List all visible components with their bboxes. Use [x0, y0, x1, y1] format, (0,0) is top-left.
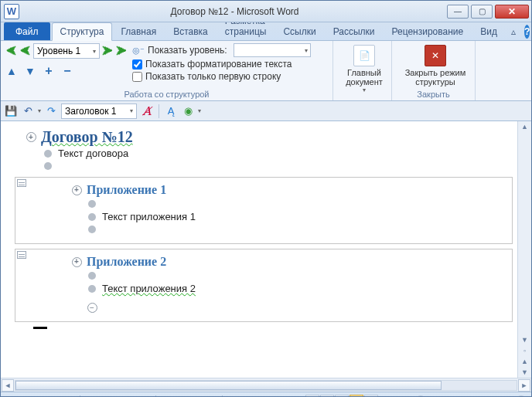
show-firstline-checkbox[interactable]	[132, 72, 142, 82]
demote-to-body-icon[interactable]: ⮞	[115, 45, 128, 57]
outline-nav: ⮜ ⮜ Уровень 1 ▾ ⮞ ⮞ ▲ ▼ + −	[5, 43, 128, 77]
save-icon[interactable]: 💾	[4, 104, 18, 118]
tab-view[interactable]: Вид	[472, 22, 506, 40]
show-level-icon: ◎⁻	[132, 46, 145, 56]
outline-heading2[interactable]: + Приложение 2	[71, 254, 512, 270]
ribbon-tabs: Файл Структура Главная Вставка Разметка …	[1, 22, 531, 41]
show-formatting-checkbox[interactable]	[132, 59, 142, 70]
horizontal-scrollbar[interactable]: ◄ ►	[1, 378, 531, 392]
master-document-button[interactable]: 📄 Главный документ ▾	[338, 43, 390, 95]
heading2-text: Приложение 1	[87, 183, 166, 197]
outline-heading1[interactable]: + Договор №12	[26, 127, 517, 147]
show-level-dropdown[interactable]: ▾	[234, 43, 311, 57]
fullscreen-view-icon[interactable]: ▣	[320, 395, 334, 398]
expand-node-icon[interactable]: +	[26, 132, 36, 142]
style-value: Заголовок 1	[65, 106, 116, 117]
outline-heading2[interactable]: + Приложение 1	[71, 182, 512, 198]
demote-icon[interactable]: ⮞	[101, 45, 114, 57]
scrollbar-thumb[interactable]	[15, 381, 442, 390]
scroll-left-icon[interactable]: ◄	[2, 379, 14, 392]
font-color-icon[interactable]: Ą	[164, 104, 178, 118]
body-text: Текст договора	[58, 148, 128, 159]
body-node-icon	[44, 150, 52, 158]
outline-collapse[interactable]: −	[87, 301, 512, 314]
promote-to-heading1-icon[interactable]: ⮜	[5, 45, 18, 57]
close-icon: ✕	[425, 45, 446, 66]
outline-body[interactable]: Текст договора	[43, 147, 517, 160]
tab-insert[interactable]: Вставка	[165, 22, 217, 40]
clear-formatting-icon[interactable]: A̸	[140, 104, 154, 118]
expand-node-icon[interactable]: +	[72, 185, 82, 195]
outline-options: ◎⁻ Показать уровень: ▾ Показать форматир…	[132, 43, 311, 82]
move-down-icon[interactable]: ▼	[24, 65, 36, 77]
outline-empty[interactable]	[87, 270, 512, 282]
highlight-icon[interactable]: ◉	[181, 104, 195, 118]
browse-object-icon[interactable]: ◦	[523, 345, 526, 356]
scroll-down-icon[interactable]: ▼	[521, 334, 528, 345]
status-bar: Страница: 1 из 3 Число слов: 14 ✎ русски…	[1, 392, 531, 397]
chevron-down-icon: ▾	[130, 107, 133, 114]
body-node-icon	[88, 285, 96, 293]
outline-body[interactable]: Текст приложения 1	[87, 210, 512, 223]
document-content[interactable]: + Договор №12 Текст договора + Приложени…	[1, 121, 517, 378]
redo-icon[interactable]: ↷	[44, 104, 58, 118]
titlebar: W Договор №12 - Microsoft Word ― ▢ ✕	[1, 1, 531, 22]
show-formatting-label: Показать форматирование текста	[145, 59, 292, 70]
outline-empty[interactable]	[87, 223, 512, 236]
expand-node-icon[interactable]: +	[72, 257, 82, 267]
separator	[159, 104, 159, 118]
qat-customize-icon[interactable]: ▾	[198, 107, 201, 114]
chevron-down-icon[interactable]: ▾	[38, 107, 41, 114]
undo-icon[interactable]: ↶	[21, 104, 35, 118]
vertical-scrollbar[interactable]: ▲ ▼ ◦ ▲ ▼	[517, 121, 531, 378]
prev-page-icon[interactable]: ▲	[521, 356, 528, 367]
web-view-icon[interactable]: ▦	[335, 395, 349, 398]
outline-empty[interactable]	[87, 198, 512, 210]
outline-level-dropdown[interactable]: Уровень 1 ▾	[33, 43, 100, 59]
show-firstline-label: Показать только первую строку	[145, 71, 281, 82]
scrollbar-track[interactable]	[519, 132, 531, 334]
outline-view-icon[interactable]: ≡	[350, 395, 363, 398]
body-text: Текст приложения 2	[102, 283, 196, 294]
subdoc-handle-icon[interactable]	[17, 179, 26, 187]
body-node-icon	[44, 162, 52, 170]
show-level-label: Показать уровень:	[148, 45, 227, 56]
document-icon: 📄	[353, 45, 375, 66]
expand-icon[interactable]: +	[43, 65, 55, 77]
promote-icon[interactable]: ⮜	[19, 45, 32, 57]
maximize-button[interactable]: ▢	[471, 5, 493, 19]
body-text: Текст приложения 1	[102, 211, 196, 222]
close-button[interactable]: ✕	[495, 5, 529, 19]
minimize-button[interactable]: ―	[447, 5, 469, 19]
body-node-icon	[88, 213, 96, 221]
subdocument-2[interactable]: + Приложение 2 Текст приложения 2 −	[15, 249, 513, 322]
collapse-icon[interactable]: −	[61, 65, 73, 77]
scrollbar-track[interactable]	[15, 380, 517, 391]
tab-refs[interactable]: Ссылки	[275, 22, 324, 40]
help-icon[interactable]: ?	[524, 25, 530, 39]
tab-mail[interactable]: Рассылки	[325, 22, 384, 40]
close-outline-button[interactable]: ✕ Закрыть режим структуры	[397, 43, 474, 88]
chevron-down-icon: ▾	[363, 87, 366, 93]
draft-view-icon[interactable]: ▥	[364, 395, 378, 398]
ribbon-minimize-icon[interactable]: ▵	[506, 22, 521, 40]
outline-body[interactable]: Текст приложения 2	[87, 282, 512, 295]
scroll-up-icon[interactable]: ▲	[521, 121, 528, 132]
tab-home[interactable]: Главная	[112, 22, 165, 40]
word-app-icon: W	[4, 4, 19, 19]
document-area: + Договор №12 Текст договора + Приложени…	[1, 121, 531, 378]
move-up-icon[interactable]: ▲	[5, 65, 18, 77]
tab-file[interactable]: Файл	[4, 22, 50, 40]
print-layout-view-icon[interactable]: ▤	[305, 395, 319, 398]
ribbon-group-master-doc: 📄 Главный документ ▾	[333, 41, 392, 100]
collapse-node-icon[interactable]: −	[87, 303, 97, 313]
style-dropdown[interactable]: Заголовок 1 ▾	[61, 103, 137, 119]
next-page-icon[interactable]: ▼	[521, 367, 528, 378]
tab-review[interactable]: Рецензирование	[384, 22, 472, 40]
subdocument-1[interactable]: + Приложение 1 Текст приложения 1	[15, 177, 513, 244]
tab-structure[interactable]: Структура	[52, 22, 113, 41]
scroll-right-icon[interactable]: ►	[518, 379, 530, 392]
outline-empty[interactable]	[43, 160, 517, 172]
subdoc-handle-icon[interactable]	[17, 251, 26, 259]
text-cursor	[33, 327, 47, 329]
